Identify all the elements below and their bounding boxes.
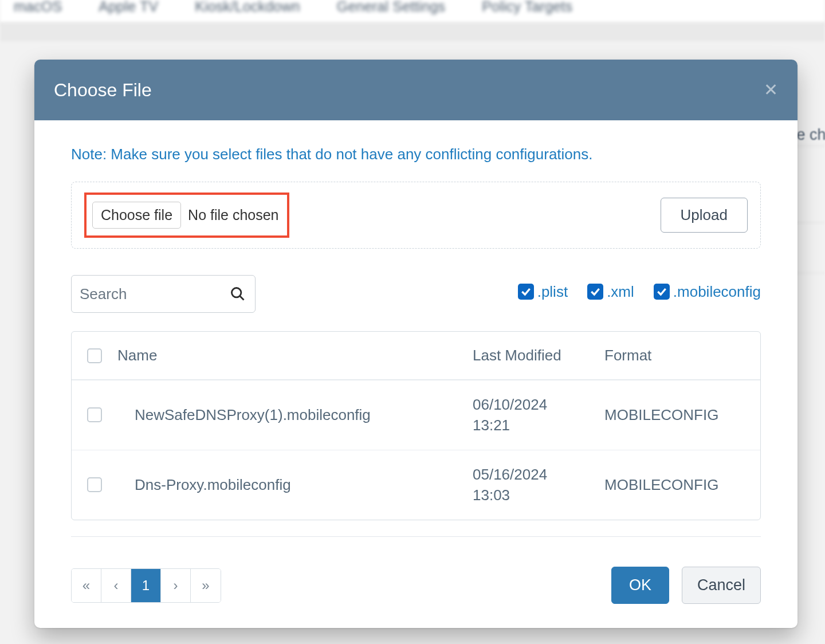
checkbox-checked-icon — [587, 284, 603, 300]
pager-next[interactable]: › — [161, 569, 191, 602]
cell-modified: 05/16/202413:03 — [473, 464, 604, 506]
bg-tab: Policy Targets — [482, 0, 572, 15]
cell-name: Dns-Proxy.mobileconfig — [117, 476, 473, 494]
checkbox-checked-icon — [654, 284, 670, 300]
cell-modified: 06/10/202413:21 — [473, 394, 604, 436]
pager-prev[interactable]: ‹ — [101, 569, 131, 602]
filter-plist[interactable]: .plist — [518, 283, 568, 301]
pager-last[interactable]: » — [191, 569, 221, 602]
file-picker-highlight: Choose file No file chosen — [84, 193, 289, 238]
search-input[interactable] — [72, 276, 255, 312]
config-warning-note: Note: Make sure you select files that do… — [71, 146, 761, 163]
svg-line-1 — [240, 296, 244, 300]
select-all-checkbox[interactable] — [87, 348, 102, 363]
column-header-modified[interactable]: Last Modified — [473, 347, 604, 364]
table-row[interactable]: Dns-Proxy.mobileconfig 05/16/202413:03 M… — [72, 450, 760, 520]
filter-row: .plist .xml .mobileconfig — [71, 275, 761, 313]
upload-dropzone: Choose file No file chosen Upload — [71, 182, 761, 249]
file-table: Name Last Modified Format NewSafeDNSProx… — [71, 331, 761, 520]
table-header-row: Name Last Modified Format — [72, 332, 760, 380]
bg-tab: macOS — [14, 0, 62, 15]
table-row[interactable]: NewSafeDNSProxy(1).mobileconfig 06/10/20… — [72, 380, 760, 450]
column-header-name[interactable]: Name — [117, 347, 473, 364]
checkbox-checked-icon — [518, 284, 534, 300]
footer-divider — [71, 536, 761, 537]
cell-format: MOBILECONFIG — [604, 406, 760, 424]
svg-point-0 — [232, 288, 241, 297]
modal-body: Note: Make sure you select files that do… — [34, 120, 798, 537]
filter-xml[interactable]: .xml — [587, 283, 634, 301]
bg-tab: Kiosk/Lockdown — [195, 0, 300, 15]
background-strip — [0, 23, 825, 41]
column-header-format[interactable]: Format — [604, 347, 760, 364]
filter-mobileconfig-label: .mobileconfig — [673, 283, 761, 301]
pagination: « ‹ 1 › » — [71, 568, 221, 603]
close-icon[interactable]: ✕ — [764, 81, 778, 99]
dialog-actions: OK Cancel — [611, 567, 761, 604]
choose-file-button[interactable]: Choose file — [92, 202, 181, 229]
row-checkbox[interactable] — [87, 477, 102, 492]
bg-tab: Apple TV — [99, 0, 158, 15]
row-checkbox[interactable] — [87, 407, 102, 422]
filter-xml-label: .xml — [607, 283, 634, 301]
background-cut-text: e chos — [796, 126, 825, 144]
search-icon[interactable] — [230, 286, 246, 302]
ok-button[interactable]: OK — [611, 567, 669, 604]
bg-tab: General Settings — [337, 0, 445, 15]
modal-title: Choose File — [54, 80, 152, 101]
pager-first[interactable]: « — [72, 569, 101, 602]
pager-page-current[interactable]: 1 — [131, 569, 161, 602]
choose-file-modal: Choose File ✕ Note: Make sure you select… — [34, 60, 798, 628]
background-tabs: macOS Apple TV Kiosk/Lockdown General Se… — [0, 0, 825, 23]
type-filters: .plist .xml .mobileconfig — [518, 283, 761, 301]
modal-header: Choose File ✕ — [34, 60, 798, 120]
upload-button[interactable]: Upload — [661, 198, 748, 233]
filter-mobileconfig[interactable]: .mobileconfig — [654, 283, 761, 301]
search-box — [71, 275, 256, 313]
no-file-chosen-label: No file chosen — [188, 207, 278, 223]
modal-footer: « ‹ 1 › » OK Cancel — [71, 567, 761, 604]
cancel-button[interactable]: Cancel — [682, 567, 761, 604]
filter-plist-label: .plist — [537, 283, 568, 301]
cell-name: NewSafeDNSProxy(1).mobileconfig — [117, 406, 473, 424]
cell-format: MOBILECONFIG — [604, 476, 760, 494]
